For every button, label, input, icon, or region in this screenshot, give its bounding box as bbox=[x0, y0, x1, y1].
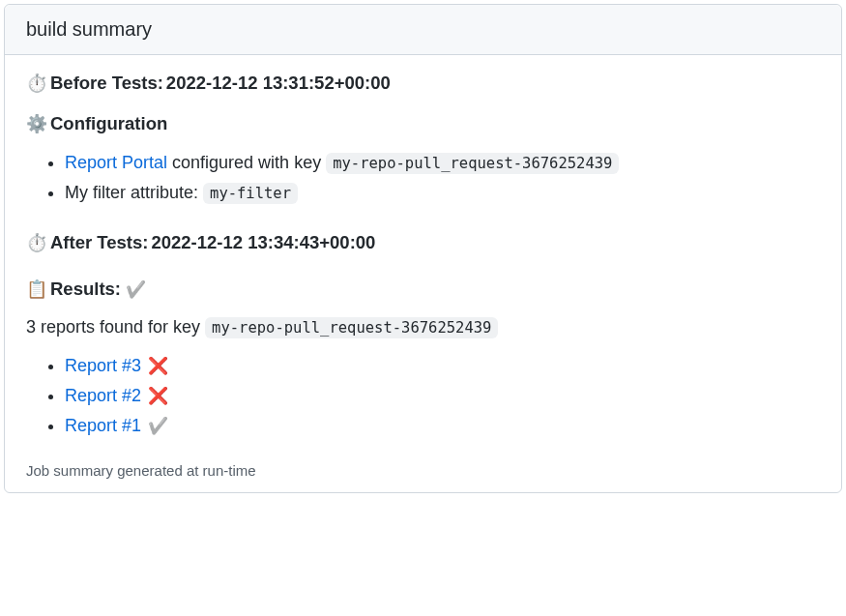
list-item: Report Portal configured with key my-rep… bbox=[65, 148, 820, 178]
results-found-text: 3 reports found for key my-repo-pull_req… bbox=[26, 317, 820, 337]
report-link[interactable]: Report #2 bbox=[65, 386, 141, 405]
filter-code: my-filter bbox=[203, 183, 298, 204]
before-tests-heading: ⏱️ Before Tests: 2022-12-12 13:31:52+00:… bbox=[26, 73, 820, 94]
before-tests-timestamp: 2022-12-12 13:31:52+00:00 bbox=[166, 73, 391, 94]
stopwatch-icon: ⏱️ bbox=[26, 74, 47, 92]
after-tests-label: After Tests: bbox=[50, 232, 148, 253]
results-heading: 📋 Results: ✔️ bbox=[26, 279, 820, 300]
found-prefix: 3 reports found for key bbox=[26, 317, 205, 337]
list-item: My filter attribute: my-filter bbox=[65, 178, 820, 208]
config-item-text: configured with key bbox=[167, 153, 326, 172]
configuration-heading: ⚙️ Configuration bbox=[26, 113, 820, 134]
check-icon: ✔️ bbox=[148, 413, 168, 441]
gear-icon: ⚙️ bbox=[26, 115, 47, 132]
report-link[interactable]: Report #1 bbox=[65, 416, 141, 435]
report-link[interactable]: Report #3 bbox=[65, 356, 141, 375]
reports-list: Report #3 ❌ Report #2 ❌ Report #1 ✔️ bbox=[26, 351, 820, 441]
clipboard-icon: 📋 bbox=[26, 280, 47, 298]
report-portal-link[interactable]: Report Portal bbox=[65, 153, 167, 172]
after-tests-timestamp: 2022-12-12 13:34:43+00:00 bbox=[151, 232, 375, 253]
panel-title: build summary bbox=[5, 5, 841, 55]
configuration-label: Configuration bbox=[50, 113, 167, 134]
panel-body: ⏱️ Before Tests: 2022-12-12 13:31:52+00:… bbox=[5, 55, 841, 492]
results-key-code: my-repo-pull_request-3676252439 bbox=[205, 317, 498, 338]
footer-note: Job summary generated at run-time bbox=[26, 462, 820, 479]
list-item: Report #3 ❌ bbox=[65, 351, 820, 381]
results-label: Results: bbox=[50, 279, 121, 300]
after-tests-heading: ⏱️ After Tests: 2022-12-12 13:34:43+00:0… bbox=[26, 232, 820, 253]
list-item: Report #2 ❌ bbox=[65, 381, 820, 411]
configuration-list: Report Portal configured with key my-rep… bbox=[26, 148, 820, 207]
cross-icon: ❌ bbox=[148, 353, 168, 381]
before-tests-label: Before Tests: bbox=[50, 73, 163, 94]
build-summary-panel: build summary ⏱️ Before Tests: 2022-12-1… bbox=[4, 4, 842, 493]
list-item: Report #1 ✔️ bbox=[65, 411, 820, 441]
config-key-code: my-repo-pull_request-3676252439 bbox=[326, 153, 619, 174]
cross-icon: ❌ bbox=[148, 383, 168, 411]
config-item-text: My filter attribute: bbox=[65, 183, 203, 202]
check-icon: ✔️ bbox=[126, 279, 146, 300]
stopwatch-icon: ⏱️ bbox=[26, 234, 47, 251]
